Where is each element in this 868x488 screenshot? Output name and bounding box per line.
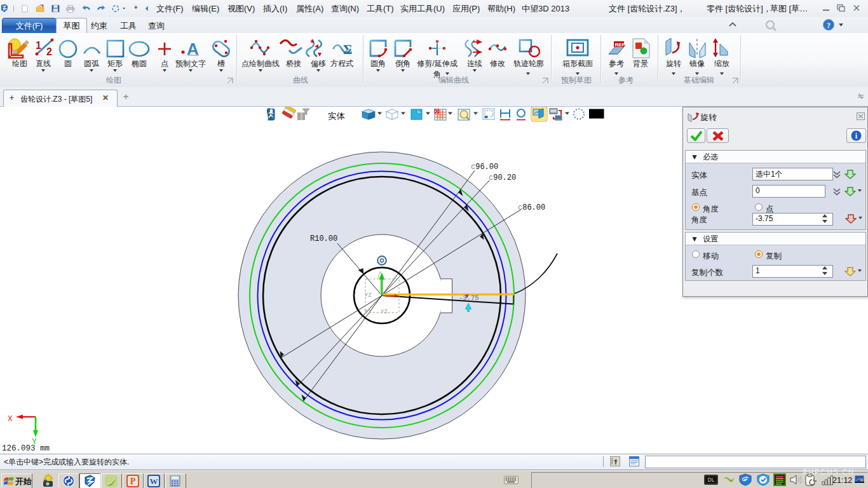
svg-text:X: X: [8, 414, 13, 424]
svg-text:Y1: Y1: [364, 309, 371, 315]
svg-text:21:12: 21:12: [832, 476, 852, 485]
svg-text:c96.00: c96.00: [471, 163, 498, 172]
svg-text:R10.00: R10.00: [310, 234, 337, 243]
svg-text:-3.75: -3.75: [459, 294, 479, 302]
svg-text:c86.00: c86.00: [518, 203, 545, 212]
svg-text:Σ: Σ: [343, 41, 352, 57]
svg-text:W: W: [150, 477, 158, 486]
svg-text:126.093 mm: 126.093 mm: [2, 444, 50, 453]
svg-text:c90.20: c90.20: [489, 173, 516, 182]
svg-text:YZ: YZ: [365, 292, 372, 299]
svg-text:P: P: [130, 477, 136, 486]
svg-text:DL: DL: [708, 477, 715, 483]
svg-text:YZ: YZ: [381, 309, 388, 315]
svg-text:REF: REF: [615, 42, 625, 48]
svg-text:?: ?: [827, 21, 831, 30]
svg-text:1: 1: [36, 40, 41, 51]
svg-text:2: 2: [46, 46, 52, 57]
